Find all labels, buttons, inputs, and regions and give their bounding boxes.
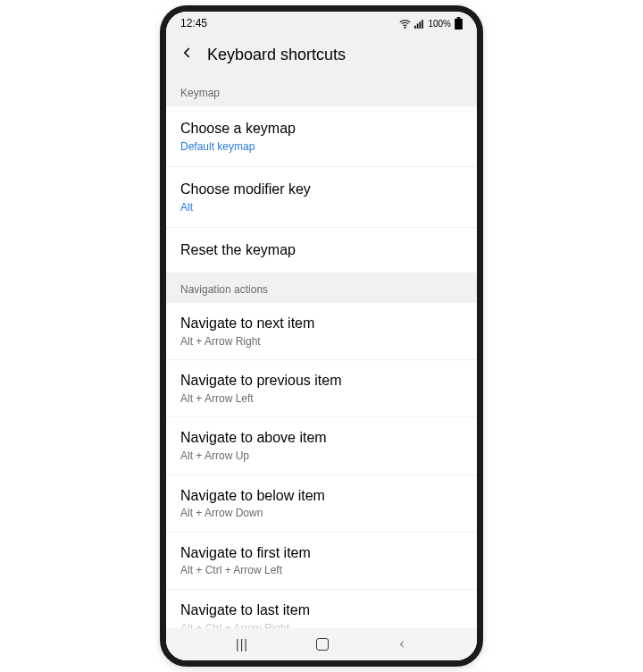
back-button[interactable] (397, 639, 407, 650)
signal-icon (413, 18, 425, 29)
row-reset-keymap[interactable]: Reset the keymap (166, 228, 477, 273)
svg-rect-4 (422, 20, 424, 29)
section-header-nav: Navigation actions (166, 273, 477, 303)
app-bar: Keyboard shortcuts (166, 35, 477, 74)
row-title: Navigate to first item (180, 543, 463, 563)
nav-bar: ||| (166, 628, 477, 660)
svg-point-0 (405, 27, 405, 28)
row-nav-below[interactable]: Navigate to below item Alt + Arrow Down (166, 475, 477, 533)
status-right: 100% (399, 17, 463, 29)
row-nav-above[interactable]: Navigate to above item Alt + Arrow Up (166, 417, 477, 475)
row-nav-last[interactable]: Navigate to last item Alt + Ctrl + Arrow… (166, 590, 477, 628)
row-sub: Default keymap (180, 140, 463, 155)
home-icon (316, 638, 329, 651)
back-icon[interactable] (179, 45, 195, 64)
row-title: Choose a keymap (180, 119, 463, 139)
svg-rect-5 (457, 17, 461, 19)
row-title: Navigate to below item (180, 486, 463, 506)
row-sub: Alt + Arrow Down (180, 507, 463, 521)
row-nav-next[interactable]: Navigate to next item Alt + Arrow Right (166, 303, 477, 360)
svg-rect-2 (417, 23, 419, 28)
row-nav-prev[interactable]: Navigate to previous item Alt + Arrow Le… (166, 360, 477, 417)
row-title: Navigate to last item (180, 601, 463, 620)
row-title: Reset the keymap (180, 240, 463, 260)
row-sub: Alt + Ctrl + Arrow Right (180, 622, 463, 629)
home-button[interactable] (316, 638, 329, 651)
row-sub: Alt + Arrow Left (180, 392, 463, 407)
recents-button[interactable]: ||| (236, 637, 248, 651)
screen: 12:45 100% Keyboard shortcuts Key (166, 12, 477, 660)
svg-rect-6 (455, 19, 463, 29)
section-keymap: Choose a keymap Default keymap Choose mo… (166, 106, 477, 273)
row-title: Navigate to next item (180, 314, 463, 333)
section-nav: Navigate to next item Alt + Arrow Right … (166, 303, 477, 628)
wifi-icon (399, 18, 411, 29)
status-time: 12:45 (180, 17, 207, 29)
section-header-keymap: Keymap (166, 74, 477, 106)
content[interactable]: Keymap Choose a keymap Default keymap Ch… (166, 74, 477, 628)
status-bar: 12:45 100% (166, 12, 477, 35)
row-title: Choose modifier key (180, 180, 463, 199)
battery-icon (455, 17, 463, 29)
row-choose-keymap[interactable]: Choose a keymap Default keymap (166, 106, 477, 167)
row-sub: Alt (180, 201, 463, 215)
row-nav-first[interactable]: Navigate to first item Alt + Ctrl + Arro… (166, 533, 477, 590)
row-sub: Alt + Arrow Right (180, 335, 463, 349)
row-sub: Alt + Arrow Up (180, 449, 463, 464)
svg-rect-1 (415, 25, 417, 28)
row-choose-modifier[interactable]: Choose modifier key Alt (166, 167, 477, 228)
battery-percent: 100% (428, 19, 451, 29)
page-title: Keyboard shortcuts (207, 46, 346, 64)
row-title: Navigate to above item (180, 428, 463, 448)
svg-rect-3 (420, 21, 422, 29)
row-sub: Alt + Ctrl + Arrow Left (180, 564, 463, 578)
phone-frame: 12:45 100% Keyboard shortcuts Key (160, 5, 483, 667)
row-title: Navigate to previous item (180, 371, 463, 391)
